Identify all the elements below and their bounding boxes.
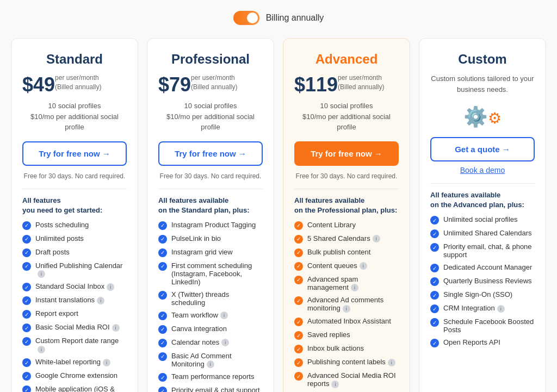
check-icon: ✓ [158, 373, 167, 382]
check-icon: ✓ [22, 385, 31, 392]
check-icon: ✓ [158, 352, 167, 361]
check-icon: ✓ [22, 248, 31, 257]
book-demo-link[interactable]: Book a demo [430, 166, 535, 175]
plan-card-professional: Professional $79 per user/month(Billed a… [147, 38, 274, 392]
cta-button-advanced[interactable]: Try for free now → [294, 141, 399, 166]
check-icon: ✓ [22, 310, 31, 319]
feature-item: ✓ Unlimited posts [22, 234, 127, 244]
feature-item: ✓ Calendar notesi [158, 338, 263, 347]
price-section-professional: $79 per user/month(Billed annually) [158, 73, 263, 96]
feature-label: Priority email, chat, & phone support [443, 242, 535, 259]
feature-label: Google Chrome extension [35, 371, 117, 379]
feature-item: ✓ Instant translationsi [22, 296, 127, 305]
feature-label: Basic Ad Comment Monitoringi [171, 352, 263, 369]
info-icon[interactable]: i [107, 283, 114, 291]
feature-label: Quarterly Business Reviews [443, 277, 532, 285]
billing-toggle[interactable] [233, 11, 259, 25]
feature-label: Unlimited social profiles [443, 215, 518, 223]
features-header-custom: All features availableon the Advanced pl… [430, 190, 535, 210]
feature-item: ✓ Open Reports API [430, 338, 535, 347]
info-icon[interactable]: i [331, 381, 339, 388]
check-icon: ✓ [294, 235, 303, 244]
feature-label: Standard Social Inboxi [35, 282, 114, 291]
feature-label: Instagram grid view [171, 248, 233, 256]
billing-toggle-bar: Billing annually [11, 11, 546, 25]
feature-item: ✓ Publishing content labelsi [294, 358, 399, 367]
price-meta-advanced: per user/month(Billed annually) [338, 73, 384, 92]
divider-advanced [294, 189, 399, 189]
get-quote-button[interactable]: Get a quote → [430, 137, 535, 161]
info-icon[interactable]: i [373, 235, 380, 242]
check-icon: ✓ [430, 229, 439, 238]
feature-item: ✓ Automated Inbox Assistant [294, 317, 399, 326]
feature-item: ✓ Team performance reports [158, 372, 263, 382]
info-icon[interactable]: i [103, 359, 110, 366]
check-icon: ✓ [22, 323, 31, 332]
divider-professional [158, 189, 263, 189]
feature-label: Saved replies [307, 331, 350, 339]
check-icon: ✓ [294, 372, 303, 381]
check-icon: ✓ [430, 243, 439, 252]
social-profiles-professional: 10 social profiles$10/mo per additional … [158, 101, 263, 133]
info-icon[interactable]: i [360, 262, 367, 270]
check-icon: ✓ [294, 296, 303, 305]
feature-item: ✓ Advanced spam managementi [294, 275, 399, 292]
plan-name-advanced: Advanced [294, 52, 399, 67]
check-icon: ✓ [430, 339, 439, 347]
feature-label: Instagram Product Tagging [171, 221, 256, 229]
plan-card-advanced: Advanced $119 per user/month(Billed annu… [283, 38, 410, 392]
info-icon[interactable]: i [38, 346, 45, 353]
social-profiles-advanced: 10 social profiles$10/mo per additional … [294, 101, 399, 133]
feature-item: ✓ CRM Integrationi [430, 304, 535, 313]
divider-custom [430, 183, 535, 184]
check-icon: ✓ [22, 296, 31, 305]
feature-item: ✓ Saved replies [294, 331, 399, 340]
feature-item: ✓ Unlimited Shared Calendars [430, 229, 535, 238]
plan-card-standard: Standard $49 per user/month(Billed annua… [11, 38, 138, 392]
price-section-advanced: $119 per user/month(Billed annually) [294, 73, 399, 96]
feature-label: First comment scheduling (Instagram, Fac… [171, 262, 263, 286]
feature-label: Dedicated Account Manager [443, 263, 532, 271]
check-icon: ✓ [22, 358, 31, 367]
info-icon[interactable]: i [97, 297, 104, 304]
free-trial-advanced: Free for 30 days. No card required. [294, 172, 399, 180]
check-icon: ✓ [158, 387, 167, 392]
check-icon: ✓ [294, 318, 303, 326]
custom-desc: Custom solutions tailored to your busine… [430, 73, 535, 95]
feature-label: Open Reports API [443, 338, 500, 346]
info-icon[interactable]: i [112, 324, 120, 332]
check-icon: ✓ [430, 304, 439, 313]
check-icon: ✓ [430, 216, 439, 225]
plan-name-standard: Standard [22, 52, 127, 67]
feature-label: Unified Publishing Calendari [35, 262, 127, 278]
feature-item: ✓ Canva integration [158, 325, 263, 334]
feature-label: Custom Report date rangei [35, 337, 127, 353]
info-icon[interactable]: i [207, 360, 214, 368]
price-amount-standard: $49 [22, 73, 55, 96]
feature-item: ✓ Advanced Ad comments monitoringi [294, 296, 399, 313]
info-icon[interactable]: i [388, 359, 395, 366]
features-header-standard: All featuresyou need to get started: [22, 196, 127, 215]
info-icon[interactable]: i [38, 270, 45, 278]
feature-item: ✓ Instagram grid view [158, 248, 263, 257]
info-icon[interactable]: i [221, 339, 229, 346]
plan-name-professional: Professional [158, 52, 263, 67]
info-icon[interactable]: i [343, 305, 350, 313]
check-icon: ✓ [158, 325, 167, 334]
feature-item: ✓ First comment scheduling (Instagram, F… [158, 262, 263, 286]
feature-label: Content Library [307, 221, 356, 229]
check-icon: ✓ [294, 331, 303, 340]
info-icon[interactable]: i [220, 312, 228, 319]
info-icon[interactable]: i [351, 284, 358, 291]
feature-label: Inbox bulk actions [307, 344, 364, 352]
price-amount-professional: $79 [158, 73, 191, 96]
feature-label: 5 Shared Calendarsi [307, 234, 380, 243]
cta-button-standard[interactable]: Try for free now → [22, 141, 127, 166]
check-icon: ✓ [22, 372, 31, 381]
info-icon[interactable]: i [497, 305, 505, 313]
plan-card-custom: CustomCustom solutions tailored to your … [419, 38, 546, 392]
feature-item: ✓ Draft posts [22, 248, 127, 257]
cta-button-professional[interactable]: Try for free now → [158, 141, 263, 166]
check-icon: ✓ [294, 276, 303, 284]
feature-item: ✓ Posts scheduling [22, 221, 127, 230]
